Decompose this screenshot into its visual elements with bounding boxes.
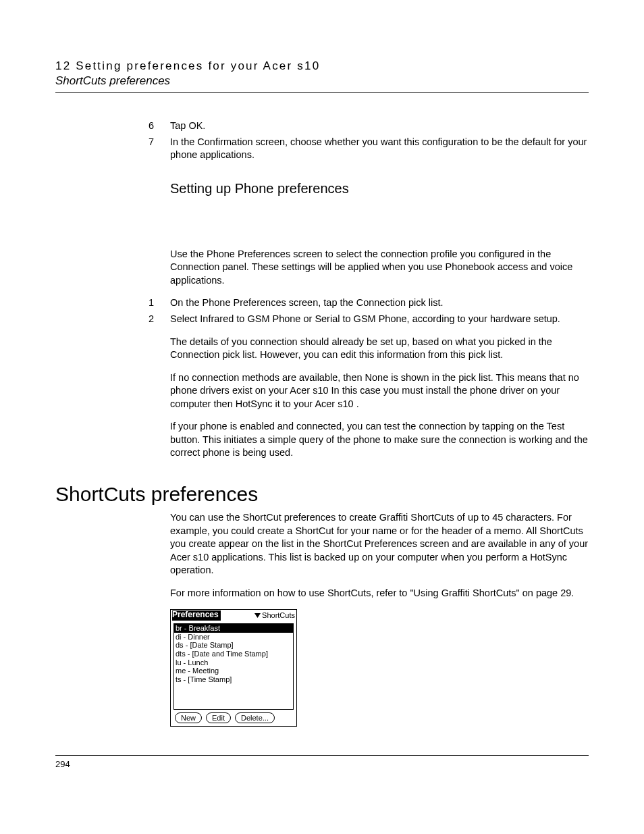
step-item: 1 On the Phone Preferences screen, tap t… [170,296,589,310]
page-number: 294 [55,759,70,769]
step-text: Select Infrared to GSM Phone or Serial t… [170,313,589,326]
palm-titlebar: Preferences ShortCuts [171,610,296,622]
header-section: ShortCuts preferences [55,74,589,88]
main-heading: ShortCuts preferences [55,483,589,506]
document-page: 12 Setting preferences for your Acer s10… [0,0,644,834]
palm-dropdown-label: ShortCuts [262,611,295,620]
dropdown-triangle-icon [254,613,261,618]
paragraph: You can use the ShortCut preferences to … [170,511,589,577]
page-header: 12 Setting preferences for your Acer s10… [55,59,589,93]
list-item[interactable]: br - Breakfast [174,624,293,633]
paragraph: If your phone is enabled and connected, … [170,420,589,460]
paragraph: If no connection methods are available, … [170,371,589,411]
content-body: 6 Tap OK. 7 In the Confirmation screen, … [170,120,589,727]
delete-button[interactable]: Delete... [235,712,275,723]
new-button[interactable]: New [175,712,202,723]
palm-shortcut-list[interactable]: br - Breakfast di - Dinner ds - [Date St… [173,623,294,710]
step-text: On the Phone Preferences screen, tap the… [170,296,589,310]
list-item[interactable]: lu - Lunch [174,658,293,667]
svg-marker-0 [254,613,261,618]
list-item[interactable]: dts - [Date and Time Stamp] [174,650,293,658]
paragraph: For more information on how to use Short… [170,587,589,600]
step-item: 2 Select Infrared to GSM Phone or Serial… [170,313,589,326]
step-item: 7 In the Confirmation screen, choose whe… [170,136,589,162]
edit-button[interactable]: Edit [206,712,231,723]
step-text: In the Confirmation screen, choose wheth… [170,136,589,162]
palm-button-row: New Edit Delete... [171,711,296,726]
list-item[interactable]: ts - [Time Stamp] [174,675,293,684]
header-rule [55,92,589,93]
step-number: 6 [149,120,170,133]
footer-rule [55,755,589,756]
step-text: Tap OK. [170,120,589,133]
list-item[interactable]: ds - [Date Stamp] [174,641,293,650]
header-chapter: 12 Setting preferences for your Acer s10 [55,59,589,73]
paragraph: Use the Phone Preferences screen to sele… [170,248,589,288]
list-item[interactable]: di - Dinner [174,633,293,642]
palm-category-dropdown[interactable]: ShortCuts [254,611,295,620]
step-number: 7 [149,136,170,162]
step-number: 2 [149,313,170,326]
list-item[interactable]: me - Meeting [174,667,293,675]
palm-title: Preferences [172,610,221,621]
step-number: 1 [149,296,170,310]
step-item: 6 Tap OK. [170,120,589,133]
paragraph: The details of you connection should alr… [170,336,589,362]
sub-heading: Setting up Phone preferences [170,181,589,197]
palm-screenshot: Preferences ShortCuts br - Breakfast di … [170,609,297,727]
